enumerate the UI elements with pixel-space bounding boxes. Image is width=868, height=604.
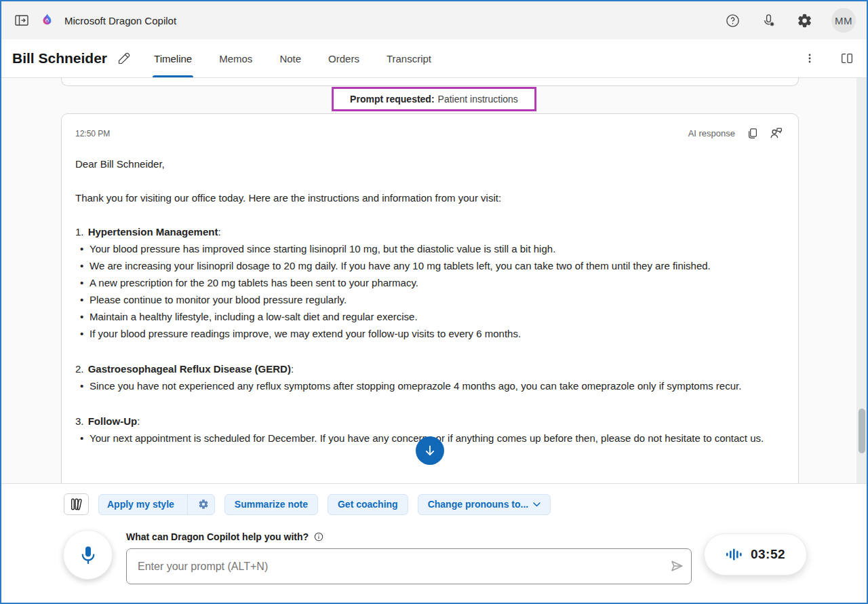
scrollbar-thumb[interactable] bbox=[859, 409, 865, 453]
section-bullets: Since you have not experienced any reflu… bbox=[75, 377, 785, 394]
patient-name: Bill Schneider bbox=[12, 50, 107, 67]
change-pronouns-label: Change pronouns to... bbox=[428, 499, 529, 510]
prompt-requested-badge: Prompt requested:Patient instructions bbox=[332, 87, 536, 111]
more-options-icon[interactable] bbox=[802, 50, 818, 67]
bullet-item: A new prescription for the 20 mg tablets… bbox=[75, 274, 785, 291]
bullet-item: Please continue to monitor your blood pr… bbox=[75, 291, 785, 308]
message-intro: Thank you for visiting our office today.… bbox=[75, 189, 785, 206]
timeline-content: Prompt requested:Patient instructions 12… bbox=[1, 78, 867, 483]
help-icon[interactable] bbox=[724, 12, 742, 30]
footer-panel: Apply my style Summarize note Get coachi… bbox=[1, 483, 867, 603]
bullet-item: If your blood pressure readings improve,… bbox=[75, 325, 785, 342]
section-bullets: Your blood pressure has improved since s… bbox=[75, 240, 785, 342]
get-coaching-button[interactable]: Get coaching bbox=[328, 494, 408, 515]
info-icon[interactable] bbox=[313, 531, 324, 542]
mic-settings-icon[interactable] bbox=[760, 12, 778, 30]
prompt-input-wrap bbox=[126, 548, 692, 584]
tab-note[interactable]: Note bbox=[278, 39, 302, 77]
edit-pencil-icon[interactable] bbox=[115, 50, 132, 67]
quick-actions-row: Apply my style Summarize note Get coachi… bbox=[64, 493, 867, 515]
prompt-badge-value: Patient instructions bbox=[438, 94, 518, 105]
summarize-note-button[interactable]: Summarize note bbox=[224, 494, 318, 515]
prompt-label: What can Dragon Copilot help you with? bbox=[126, 531, 324, 542]
prompt-badge-label: Prompt requested: bbox=[350, 94, 434, 105]
dragon-copilot-window: Microsoft Dragon Copilot bbox=[0, 0, 868, 604]
apply-style-label[interactable]: Apply my style bbox=[99, 495, 182, 514]
message-section: 2. Gastroesophageal Reflux Disease (GERD… bbox=[75, 360, 785, 394]
patient-header: Bill Schneider Timeline Memos Note Order… bbox=[1, 39, 867, 78]
tab-bar: Timeline Memos Note Orders Transcript bbox=[153, 39, 433, 77]
avatar[interactable]: MM bbox=[831, 8, 856, 33]
library-icon[interactable] bbox=[64, 493, 89, 515]
panel-open-icon[interactable] bbox=[12, 11, 31, 30]
bullet-item: Since you have not experienced any reflu… bbox=[75, 377, 785, 394]
section-heading: 3. Follow-Up: bbox=[75, 413, 785, 430]
bullet-item: Your blood pressure has improved since s… bbox=[75, 240, 785, 257]
tab-memos[interactable]: Memos bbox=[218, 39, 254, 77]
scroll-down-icon[interactable] bbox=[416, 436, 444, 465]
waveform-icon bbox=[726, 546, 743, 563]
prompt-label-text: What can Dragon Copilot help you with? bbox=[126, 531, 309, 542]
apply-style-button[interactable]: Apply my style bbox=[98, 494, 215, 515]
copy-icon[interactable] bbox=[745, 126, 761, 142]
bullet-item: Maintain a healthy lifestyle, including … bbox=[75, 308, 785, 325]
top-app-bar: Microsoft Dragon Copilot bbox=[1, 1, 867, 39]
bullet-item: We are increasing your lisinopril dosage… bbox=[75, 257, 785, 274]
message-source-label: AI response bbox=[688, 128, 735, 138]
message-greeting: Dear Bill Schneider, bbox=[75, 155, 785, 172]
app-title: Microsoft Dragon Copilot bbox=[64, 15, 176, 26]
tab-timeline[interactable]: Timeline bbox=[153, 39, 193, 77]
tab-orders[interactable]: Orders bbox=[327, 39, 361, 77]
message-section: 1. Hypertension Management:Your blood pr… bbox=[75, 223, 785, 342]
split-divider bbox=[187, 495, 188, 514]
split-view-icon[interactable] bbox=[838, 50, 856, 67]
change-pronouns-button[interactable]: Change pronouns to... bbox=[418, 494, 551, 515]
message-sections: 1. Hypertension Management:Your blood pr… bbox=[75, 223, 785, 447]
microphone-icon[interactable] bbox=[63, 530, 113, 580]
tab-transcript[interactable]: Transcript bbox=[385, 39, 433, 77]
chevron-down-icon bbox=[533, 502, 540, 507]
recording-timer-pill[interactable]: 03:52 bbox=[704, 533, 807, 575]
message-timestamp: 12:50 PM bbox=[75, 129, 110, 138]
settings-gear-icon[interactable] bbox=[795, 12, 814, 30]
section-heading: 2. Gastroesophageal Reflux Disease (GERD… bbox=[75, 360, 785, 377]
dragon-flame-logo bbox=[39, 12, 55, 29]
feedback-icon[interactable] bbox=[768, 125, 785, 142]
recording-timer: 03:52 bbox=[751, 547, 785, 562]
section-heading: 1. Hypertension Management: bbox=[75, 223, 785, 240]
prompt-input[interactable] bbox=[126, 548, 692, 584]
scrollbar-track[interactable] bbox=[856, 78, 867, 483]
previous-card-edge bbox=[61, 78, 799, 86]
message-body: Dear Bill Schneider, Thank you for visit… bbox=[75, 155, 785, 447]
send-icon[interactable] bbox=[667, 557, 685, 575]
style-settings-gear-icon[interactable] bbox=[193, 495, 214, 514]
ai-response-card: 12:50 PM AI response bbox=[61, 113, 799, 483]
